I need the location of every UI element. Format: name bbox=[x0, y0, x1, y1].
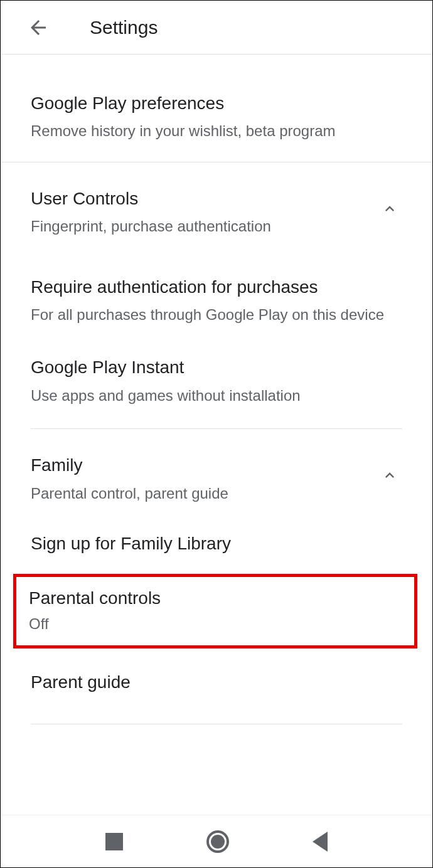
system-nav-bar bbox=[1, 815, 432, 867]
section-subtitle: Fingerprint, purchase authentication bbox=[31, 216, 271, 236]
settings-content: Google Play preferences Remove history i… bbox=[1, 55, 432, 724]
section-title: Google Play preferences bbox=[31, 92, 402, 115]
item-subtitle: For all purchases through Google Play on… bbox=[31, 305, 402, 325]
page-title: Settings bbox=[90, 17, 158, 38]
app-header: Settings bbox=[1, 1, 432, 55]
section-title: User Controls bbox=[31, 188, 271, 210]
item-title: Parent guide bbox=[31, 671, 402, 694]
item-play-instant[interactable]: Google Play Instant Use apps and games w… bbox=[1, 344, 432, 425]
nav-home-button[interactable] bbox=[206, 830, 229, 853]
item-title: Parental controls bbox=[29, 587, 402, 610]
section-subtitle: Parental control, parent guide bbox=[31, 484, 228, 504]
section-title: Family bbox=[31, 454, 228, 477]
nav-back-button[interactable] bbox=[313, 832, 328, 852]
item-title: Sign up for Family Library bbox=[31, 532, 402, 555]
item-require-authentication[interactable]: Require authentication for purchases For… bbox=[1, 257, 432, 344]
back-button[interactable] bbox=[26, 15, 51, 40]
chevron-up-icon bbox=[380, 199, 400, 219]
home-circle-icon bbox=[211, 835, 225, 849]
section-family-header[interactable]: Family Parental control, parent guide bbox=[1, 429, 432, 524]
divider bbox=[31, 724, 402, 724]
item-subtitle: Off bbox=[29, 614, 402, 634]
section-subtitle: Remove history in your wishlist, beta pr… bbox=[31, 121, 402, 141]
item-title: Require authentication for purchases bbox=[31, 276, 402, 299]
item-subtitle: Use apps and games without installation bbox=[31, 386, 402, 406]
nav-recent-button[interactable] bbox=[105, 833, 123, 850]
section-play-preferences[interactable]: Google Play preferences Remove history i… bbox=[1, 55, 432, 162]
section-user-controls-header[interactable]: User Controls Fingerprint, purchase auth… bbox=[1, 162, 432, 257]
item-parental-controls[interactable]: Parental controls Off bbox=[13, 574, 417, 648]
item-parent-guide[interactable]: Parent guide bbox=[1, 657, 432, 712]
item-title: Google Play Instant bbox=[31, 356, 402, 379]
arrow-left-icon bbox=[27, 16, 50, 39]
chevron-up-icon bbox=[380, 465, 400, 485]
item-family-library[interactable]: Sign up for Family Library bbox=[1, 524, 432, 569]
